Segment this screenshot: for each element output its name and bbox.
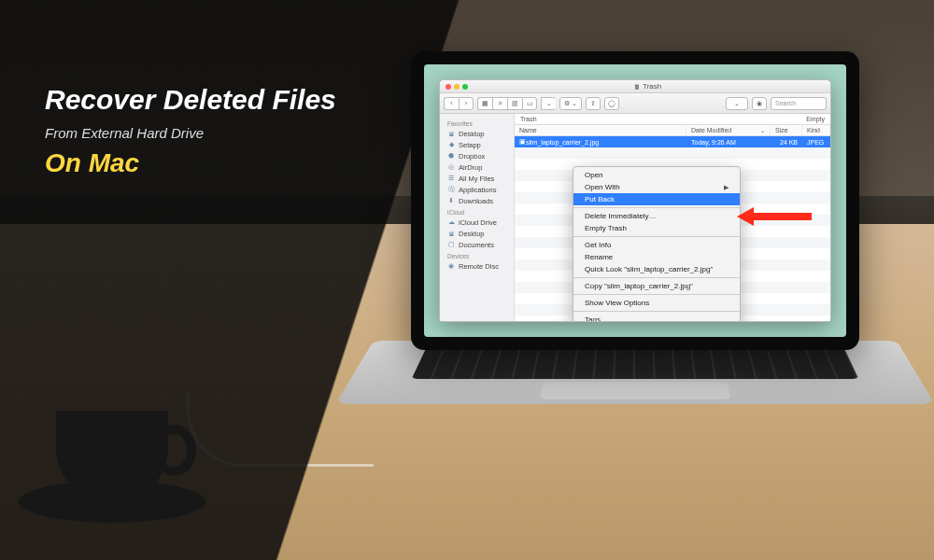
laptop-keyboard [335, 341, 934, 404]
chevron-right-icon: ▶ [724, 184, 729, 191]
forward-button[interactable]: › [459, 97, 474, 110]
view-gallery-button[interactable]: ▭ [522, 97, 537, 110]
display-icon: 🖥 [447, 130, 455, 137]
app-icon: ◆ [447, 141, 455, 148]
sidebar-item-downloads[interactable]: ⬇Downloads [440, 195, 514, 206]
column-name[interactable]: Name [515, 125, 686, 135]
sidebar-item-dropbox[interactable]: ⬢Dropbox [440, 150, 514, 161]
sidebar-item-airdrop[interactable]: ◎AirDrop [440, 161, 514, 173]
quicklook-button[interactable]: ◉ [752, 97, 767, 110]
files-icon: ☰ [447, 175, 455, 182]
column-size[interactable]: Size [771, 125, 802, 135]
menu-label: Copy "slim_laptop_carrier_2.jpg" [585, 282, 693, 290]
context-menu: Open Open With▶ Put Back Delete Immediat… [573, 166, 741, 321]
sidebar-item-label: Dropbox [459, 152, 485, 161]
view-icons-button[interactable]: ▦ [477, 97, 492, 110]
sidebar-item-allfiles[interactable]: ☰All My Files [440, 173, 514, 184]
menu-item-rename[interactable]: Rename [573, 251, 740, 263]
menu-label: Open With [585, 183, 620, 191]
share-button[interactable]: ⇪ [586, 97, 601, 110]
arrange-button[interactable]: ⌄ [541, 97, 556, 110]
cell-date: Today, 9:26 AM [686, 136, 771, 147]
action-button[interactable]: ⚙ ⌄ [559, 97, 582, 110]
menu-item-empty-trash[interactable]: Empty Trash [573, 222, 740, 234]
column-label: Date Modified [691, 127, 731, 133]
file-list: ▣ slim_laptop_carrier_2.jpg Today, 9:26 … [515, 136, 830, 321]
window-title: Trash [471, 82, 825, 91]
path-bar: Trash Empty [515, 114, 830, 125]
menu-separator [573, 207, 740, 208]
menu-separator [573, 294, 740, 295]
menu-label: Tags… [585, 315, 608, 321]
menu-separator [573, 277, 740, 278]
trash-icon [634, 83, 640, 90]
menu-item-show-view[interactable]: Show View Options [573, 297, 740, 309]
menu-label: Empty Trash [585, 224, 627, 232]
sidebar-item-label: Setapp [459, 141, 481, 149]
menu-item-delete-immediately[interactable]: Delete Immediately… [573, 210, 740, 222]
sidebar-item-label: Applications [459, 186, 496, 194]
empty-trash-button[interactable]: Empty [806, 116, 825, 122]
tags-button[interactable]: ◯ [604, 97, 619, 110]
menu-item-quick-look[interactable]: Quick Look "slim_laptop_carrier_2.jpg" [573, 263, 740, 275]
headline-block: Recover Deleted Files From External Hard… [45, 84, 336, 178]
view-list-button[interactable]: ≡ [492, 97, 507, 110]
sidebar-item-label: Downloads [459, 197, 493, 205]
laptop-prop: Trash ‹ › ▦ ≡ ▥ ▭ ⌄ [374, 51, 897, 490]
menu-item-open[interactable]: Open [573, 169, 740, 181]
doc-icon: ▢ [447, 241, 455, 248]
column-label: Size [775, 127, 788, 133]
menu-item-open-with[interactable]: Open With▶ [573, 181, 740, 193]
search-input[interactable]: Search [771, 97, 827, 110]
menu-item-put-back[interactable]: Put Back [573, 193, 740, 205]
view-columns-button[interactable]: ▥ [507, 97, 522, 110]
menu-label: Quick Look "slim_laptop_carrier_2.jpg" [585, 265, 713, 273]
table-row[interactable]: ▣ slim_laptop_carrier_2.jpg Today, 9:26 … [515, 136, 830, 147]
sidebar-item-label: AirDrop [459, 163, 482, 172]
window-title-text: Trash [643, 82, 661, 91]
sidebar-item-desktop[interactable]: 🖥Desktop [440, 128, 514, 139]
sort-indicator-icon: ⌄ [760, 127, 765, 133]
finder-main-pane: Trash Empty Name Date Modified⌄ Size Kin… [515, 114, 830, 321]
finder-toolbar: ‹ › ▦ ≡ ▥ ▭ ⌄ ⚙ ⌄ ⇪ ◯ [440, 93, 830, 114]
cell-kind: JPEG [802, 136, 830, 147]
minimize-icon[interactable] [454, 84, 460, 90]
sidebar-item-documents[interactable]: ▢Documents [440, 239, 514, 250]
sidebar-item-desktop-icloud[interactable]: 🖥Desktop [440, 228, 514, 239]
column-label: Kind [807, 127, 820, 133]
menu-item-copy[interactable]: Copy "slim_laptop_carrier_2.jpg" [573, 280, 740, 292]
sidebar-item-iclouddrive[interactable]: ☁iCloud Drive [440, 217, 514, 228]
box-icon: ⬢ [447, 152, 455, 160]
headline-line2: From External Hard Drive [45, 125, 336, 141]
laptop-screen: Trash ‹ › ▦ ≡ ▥ ▭ ⌄ [424, 64, 846, 337]
menu-item-tags[interactable]: Tags… [573, 314, 740, 321]
dropbox-toolbar-button[interactable]: ⌄ [726, 97, 748, 110]
column-kind[interactable]: Kind [802, 125, 830, 135]
sidebar-item-label: All My Files [459, 175, 494, 183]
cloud-icon: ☁ [447, 218, 455, 226]
cell-size: 24 KB [771, 136, 802, 147]
column-headers: Name Date Modified⌄ Size Kind [515, 125, 830, 136]
menu-separator [573, 236, 740, 237]
sidebar-heading-devices: Devices [440, 250, 514, 260]
menu-label: Put Back [585, 195, 615, 203]
zoom-icon[interactable] [462, 84, 468, 90]
cell-name: ▣ slim_laptop_carrier_2.jpg [515, 136, 686, 147]
menu-item-get-info[interactable]: Get Info [573, 239, 740, 251]
back-button[interactable]: ‹ [444, 97, 459, 110]
file-name-text: slim_laptop_carrier_2.jpg [526, 139, 599, 146]
sidebar-item-applications[interactable]: ⒶApplications [440, 184, 514, 195]
sidebar-item-setapp[interactable]: ◆Setapp [440, 139, 514, 150]
menu-label: Show View Options [585, 299, 649, 307]
menu-label: Open [585, 171, 603, 179]
finder-sidebar: Favorites 🖥Desktop ◆Setapp ⬢Dropbox ◎Air… [440, 114, 515, 321]
sidebar-item-label: iCloud Drive [459, 218, 497, 227]
disc-icon: ◉ [447, 262, 455, 270]
close-icon[interactable] [446, 84, 451, 90]
sidebar-heading-favorites: Favorites [440, 118, 514, 128]
finder-titlebar[interactable]: Trash [440, 80, 830, 93]
column-date[interactable]: Date Modified⌄ [686, 125, 771, 135]
sidebar-item-label: Documents [459, 241, 494, 249]
column-label: Name [519, 127, 537, 133]
sidebar-item-remotedisc[interactable]: ◉Remote Disc [440, 260, 514, 272]
